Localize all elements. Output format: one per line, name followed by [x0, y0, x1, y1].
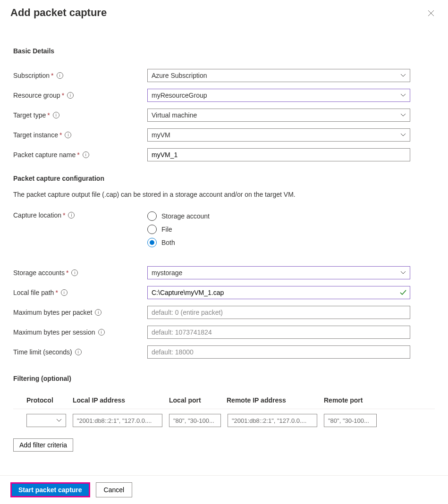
time-limit-label: Time limit (seconds) i — [13, 348, 147, 356]
col-remote-port: Remote port — [324, 396, 383, 404]
target-type-select[interactable]: Virtual machine — [147, 109, 410, 122]
storage-accounts-label: Storage accounts * i — [13, 269, 147, 277]
required-indicator: * — [51, 72, 53, 79]
target-instance-label: Target instance * i — [13, 131, 147, 139]
max-bytes-session-label: Maximum bytes per session i — [13, 328, 147, 336]
local-file-path-input[interactable] — [147, 286, 410, 299]
info-icon[interactable]: i — [83, 151, 89, 158]
capture-name-label: Packet capture name * i — [13, 151, 147, 159]
radio-file[interactable]: File — [147, 225, 410, 234]
radio-icon — [147, 225, 157, 234]
col-protocol: Protocol — [26, 396, 73, 404]
chevron-down-icon — [400, 113, 406, 117]
required-indicator: * — [62, 92, 64, 99]
max-bytes-packet-row: Maximum bytes per packet i — [13, 306, 435, 319]
info-icon[interactable]: i — [65, 132, 71, 138]
remote-port-input[interactable] — [324, 414, 377, 427]
resource-group-row: Resource group * i myResourceGroup — [13, 89, 435, 102]
local-file-path-row: Local file path * i — [13, 286, 435, 299]
remote-ip-input[interactable] — [228, 414, 317, 427]
col-remote-ip: Remote IP address — [227, 396, 324, 404]
info-icon[interactable]: i — [67, 92, 74, 99]
panel-footer: Start packet capture Cancel — [0, 475, 448, 504]
filter-table: Protocol Local IP address Local port Rem… — [13, 396, 435, 432]
col-local-ip: Local IP address — [73, 396, 169, 404]
info-icon[interactable]: i — [95, 309, 101, 316]
panel-header: Add packet capture — [0, 0, 448, 20]
chevron-down-icon — [400, 74, 406, 77]
max-bytes-session-input[interactable] — [147, 326, 410, 339]
resource-group-label: Resource group * i — [13, 92, 147, 99]
col-local-port: Local port — [169, 396, 227, 404]
capture-location-radio-group: Storage account File Both — [147, 211, 410, 247]
info-icon[interactable]: i — [98, 329, 105, 336]
time-limit-input[interactable] — [147, 345, 410, 359]
config-heading: Packet capture configuration — [13, 175, 435, 182]
chevron-down-icon — [400, 133, 406, 137]
info-icon[interactable]: i — [75, 349, 82, 355]
radio-storage-account[interactable]: Storage account — [147, 211, 410, 221]
storage-accounts-row: Storage accounts * i mystorage — [13, 266, 435, 279]
close-icon — [428, 10, 434, 17]
required-indicator: * — [59, 131, 62, 139]
capture-name-input[interactable] — [147, 148, 410, 161]
basic-details-heading: Basic Details — [13, 47, 435, 55]
required-indicator: * — [55, 289, 58, 296]
config-description: The packet capture output file (.cap) ca… — [13, 191, 435, 198]
filter-header-row: Protocol Local IP address Local port Rem… — [13, 396, 435, 409]
subscription-row: Subscription * i Azure Subscription — [13, 69, 435, 82]
add-filter-button[interactable]: Add filter criteria — [13, 438, 73, 452]
panel-content: Basic Details Subscription * i Azure Sub… — [0, 20, 448, 452]
target-type-label: Target type * i — [13, 111, 147, 119]
info-icon[interactable]: i — [71, 269, 78, 276]
target-type-row: Target type * i Virtual machine — [13, 109, 435, 122]
local-file-path-label: Local file path * i — [13, 289, 147, 296]
info-icon[interactable]: i — [53, 112, 59, 118]
max-bytes-packet-label: Maximum bytes per packet i — [13, 309, 147, 316]
capture-location-row: Capture location * i Storage account Fil… — [13, 211, 435, 247]
panel-title: Add packet capture — [10, 7, 424, 19]
required-indicator: * — [63, 211, 65, 219]
time-limit-row: Time limit (seconds) i — [13, 345, 435, 359]
filtering-heading: Filtering (optional) — [13, 375, 435, 382]
local-port-input[interactable] — [169, 414, 221, 427]
info-icon[interactable]: i — [61, 289, 68, 296]
capture-name-row: Packet capture name * i — [13, 148, 435, 161]
filter-input-row — [13, 409, 435, 432]
max-bytes-session-row: Maximum bytes per session i — [13, 326, 435, 339]
subscription-select[interactable]: Azure Subscription — [147, 69, 410, 82]
radio-icon-selected — [147, 238, 157, 247]
required-indicator: * — [77, 151, 79, 159]
target-instance-row: Target instance * i myVM — [13, 128, 435, 142]
radio-both[interactable]: Both — [147, 238, 410, 247]
info-icon[interactable]: i — [57, 72, 63, 79]
target-instance-select[interactable]: myVM — [147, 128, 410, 142]
capture-location-label: Capture location * i — [13, 211, 147, 219]
chevron-down-icon — [400, 271, 406, 275]
add-packet-capture-panel: Add packet capture Basic Details Subscri… — [0, 0, 448, 504]
resource-group-select[interactable]: myResourceGroup — [147, 89, 410, 102]
subscription-label: Subscription * i — [13, 72, 147, 79]
cancel-button[interactable]: Cancel — [96, 482, 133, 497]
close-button[interactable] — [424, 7, 438, 20]
info-icon[interactable]: i — [68, 212, 75, 218]
required-indicator: * — [66, 269, 68, 277]
local-ip-input[interactable] — [73, 414, 162, 427]
required-indicator: * — [47, 111, 50, 119]
protocol-select[interactable] — [26, 414, 66, 427]
chevron-down-icon — [56, 419, 62, 422]
radio-icon — [147, 211, 157, 221]
start-capture-button[interactable]: Start packet capture — [10, 482, 90, 497]
storage-accounts-select[interactable]: mystorage — [147, 266, 410, 279]
chevron-down-icon — [400, 93, 406, 97]
max-bytes-packet-input[interactable] — [147, 306, 410, 319]
